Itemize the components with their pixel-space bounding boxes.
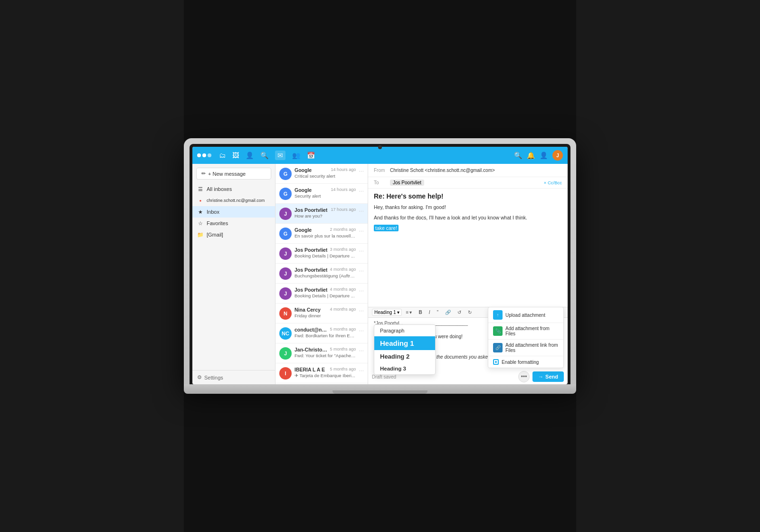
email-dots[interactable]: ···	[359, 267, 364, 274]
avatar: J	[279, 287, 292, 300]
new-message-button[interactable]: ✏ + New message	[196, 168, 271, 180]
email-dots[interactable]: ···	[359, 327, 364, 334]
list-item[interactable]: NC conduct@nextcloud... 5 months ago Fwd…	[276, 323, 368, 343]
email-content: Jos Poortvliet 17 hours ago How are you?	[294, 207, 356, 218]
undo-button[interactable]: ↺	[455, 309, 464, 316]
email-preview: Fwd: Your ticket for "Apache ...	[294, 353, 356, 358]
email-dots[interactable]: ···	[359, 287, 364, 294]
main-content: ✏ + New message ☰ All inboxes ···	[192, 164, 568, 384]
email-dots[interactable]: ···	[359, 347, 364, 354]
upload-attachment-item[interactable]: ↑ Upload attachment	[488, 307, 563, 323]
avatar: I	[279, 367, 292, 380]
camera	[378, 145, 382, 149]
dropdown-heading1[interactable]: Heading 1	[374, 336, 435, 350]
email-dots[interactable]: ···	[359, 187, 364, 194]
email-content: IBERIA L A E 5 months ago ✈ Tarjeta de E…	[294, 367, 356, 378]
dropdown-heading3[interactable]: Heading 3	[374, 363, 435, 374]
sidebar-item-all-inboxes[interactable]: ☰ All inboxes ···	[192, 183, 275, 195]
email-time: 5 months ago	[330, 327, 356, 332]
highlighted-text: take care!	[374, 225, 399, 231]
more-icon: •••	[521, 373, 527, 380]
enable-formatting-item[interactable]: Enable formatting	[488, 356, 563, 368]
email-sender: IBERIA L A E	[294, 367, 325, 372]
email-sender: Jos Poortvliet	[294, 287, 327, 293]
trackpad-notch	[332, 390, 428, 394]
list-item[interactable]: G Google 2 months ago En savoir plus sur…	[276, 224, 368, 244]
email-time: 4 months ago	[330, 307, 356, 312]
mail-icon[interactable]: ✉	[275, 151, 285, 160]
user-icon[interactable]: 👤	[540, 152, 548, 159]
laptop-base	[184, 384, 576, 394]
email-dots[interactable]: ···	[359, 207, 364, 214]
send-button[interactable]: → Send	[532, 371, 564, 382]
email-dots[interactable]: ···	[359, 367, 364, 374]
list-item[interactable]: G Google 14 hours ago Critical security …	[276, 164, 368, 184]
search-right-icon[interactable]: 🔍	[514, 152, 522, 159]
dropdown-paragraph[interactable]: Paragraph	[374, 325, 435, 336]
avatar: J	[279, 347, 292, 360]
heading-dropdown-button[interactable]: Heading 1 ▾	[372, 309, 402, 316]
sidebar-item-favorites[interactable]: ☆ Favorites ···	[192, 218, 275, 229]
email-time: 17 hours ago	[331, 207, 356, 212]
sidebar-item-account[interactable]: ● christine.schott.nc@gmail.com ···	[192, 195, 275, 206]
list-item[interactable]: J Jos Poortvliet 4 months ago Buchungsbe…	[276, 264, 368, 284]
search-icon[interactable]: 🔍	[260, 152, 268, 159]
enable-formatting-checkbox	[493, 359, 499, 365]
sidebar-item-inbox[interactable]: ★ Inbox ···	[192, 206, 275, 218]
italic-button[interactable]: I	[427, 309, 433, 316]
email-content: Google 14 hours ago Critical security al…	[294, 167, 356, 179]
italic-icon: I	[429, 310, 430, 315]
email-dots[interactable]: ···	[359, 247, 364, 254]
topbar-right: 🔍 🔔 👤 J	[514, 150, 563, 161]
link-button[interactable]: 🔗	[443, 309, 453, 316]
email-dots[interactable]: ···	[359, 227, 364, 234]
to-value: Jos Poortvliet	[390, 180, 424, 186]
avatar[interactable]: J	[552, 150, 563, 161]
logo-dot-3	[208, 153, 211, 157]
quote-button[interactable]: "	[434, 309, 441, 316]
add-link-from-files-item[interactable]: 🔗 Add attachment link from Files	[488, 340, 563, 356]
redo-button[interactable]: ↻	[466, 309, 474, 316]
calendar-icon[interactable]: 📅	[307, 152, 315, 159]
email-from-header: From Christine Schott <christine.schott.…	[368, 164, 568, 177]
sidebar-gmail-label: [Gmail]	[207, 232, 270, 238]
avatar: G	[279, 228, 292, 240]
avatar: N	[279, 307, 292, 320]
more-options-button[interactable]: •••	[518, 371, 530, 382]
align-button[interactable]: ≡ ▾	[404, 309, 415, 316]
list-item[interactable]: J Jos Poortvliet 17 hours ago How are yo…	[276, 204, 368, 224]
contacts-icon[interactable]: 👤	[246, 152, 254, 159]
list-item[interactable]: G Google 14 hours ago Security alert ···	[276, 184, 368, 204]
email-preview: Buchungsbestätigung (Auftra...	[294, 273, 356, 278]
photos-icon[interactable]: 🖼	[232, 152, 239, 159]
email-dots[interactable]: ···	[359, 307, 364, 314]
logo-dot-1	[197, 153, 201, 157]
list-item[interactable]: J Jos Poortvliet 3 months ago Booking De…	[276, 244, 368, 264]
email-time: 2 months ago	[330, 227, 356, 232]
folder-icon: 📁	[197, 231, 204, 238]
people-icon[interactable]: 👥	[292, 152, 300, 159]
sidebar-item-gmail[interactable]: 📁 [Gmail] ···	[192, 229, 275, 240]
email-subject: Re: Here's some help!	[368, 189, 568, 202]
bold-button[interactable]: B	[416, 309, 424, 316]
files-icon[interactable]: 🗂	[219, 152, 226, 159]
email-dots[interactable]: ···	[359, 167, 364, 174]
dropdown-heading2[interactable]: Heading 2	[374, 350, 435, 363]
email-to-header: To Jos Poortvliet × Cc/Bcc	[368, 177, 568, 189]
add-from-files-label: Add attachment from Files	[505, 326, 559, 336]
email-preview: Booking Details | Departure ...	[294, 253, 356, 258]
email-sender: Nina Cercy	[294, 307, 321, 313]
settings-item[interactable]: ⚙ Settings	[192, 370, 275, 384]
add-from-files-item[interactable]: 📎 Add attachment from Files	[488, 323, 563, 340]
email-sender: Google	[294, 227, 312, 233]
bell-icon[interactable]: 🔔	[527, 152, 535, 159]
list-item[interactable]: N Nina Cercy 4 months ago Friday dinner …	[276, 304, 368, 323]
all-inboxes-icon: ☰	[197, 186, 204, 192]
list-item[interactable]: J Jos Poortvliet 4 months ago Booking De…	[276, 284, 368, 304]
email-preview: Fwd: Bordkarten für Ihren Eur...	[294, 333, 356, 338]
list-item[interactable]: J Jan-Christoph Borchardt 5 months ago F…	[276, 343, 368, 363]
email-preview: How are you?	[294, 213, 356, 218]
list-item[interactable]: I IBERIA L A E 5 months ago ✈ Tarjeta de…	[276, 363, 368, 383]
cc-bcc-button[interactable]: × Cc/Bcc	[544, 180, 562, 185]
email-detail: From Christine Schott <christine.schott.…	[368, 164, 568, 384]
